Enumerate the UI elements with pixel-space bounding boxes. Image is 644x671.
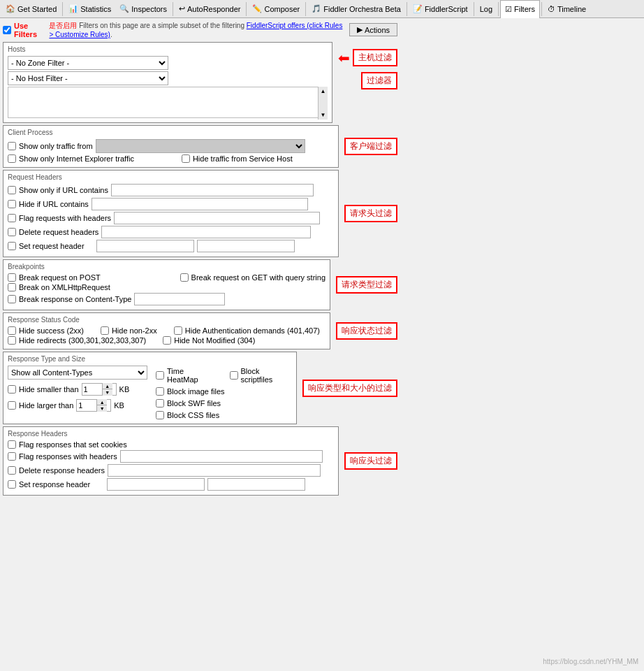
sep1 (62, 2, 63, 16)
break-post-checkbox[interactable] (8, 273, 16, 282)
hide-success-checkbox[interactable] (8, 326, 16, 335)
set-header-row: Set request header (8, 240, 334, 252)
tab-statistics[interactable]: 📊 Statistics (64, 0, 115, 18)
use-filters-checkbox[interactable] (3, 26, 11, 34)
sep5 (407, 2, 407, 16)
hide-larger-checkbox[interactable] (8, 401, 16, 410)
sep7 (498, 2, 499, 16)
set-resp-header-value-input[interactable] (207, 478, 305, 491)
resp-type-content: Show all Content-Types Hide image files … (8, 366, 292, 421)
hide-smaller-up[interactable]: ▲ (103, 383, 112, 389)
flag-cookies-checkbox[interactable] (8, 440, 16, 449)
set-header-value-input[interactable] (197, 240, 295, 252)
show-url-input[interactable] (111, 184, 314, 196)
time-heatmap-checkbox[interactable] (156, 371, 164, 380)
hide-auth-checkbox[interactable] (174, 326, 182, 335)
break-get-label: Break request on GET with query string (191, 273, 325, 282)
hide-url-input[interactable] (92, 198, 308, 210)
break-get-checkbox[interactable] (180, 273, 189, 282)
delete-headers-checkbox[interactable] (8, 228, 16, 236)
show-traffic-select[interactable] (96, 139, 305, 153)
flag-headers-checkbox[interactable] (8, 214, 16, 222)
breakpoints-section: Breakpoints Break request on POST Break … (3, 259, 330, 310)
flag-cookies-label: Flag responses that set cookies (19, 440, 127, 449)
tab-autoresponder[interactable]: ↩ AutoResponder (175, 0, 244, 18)
tab-timeline[interactable]: ⏱ Timeline (543, 0, 590, 18)
hide-not-modified-checkbox[interactable] (163, 336, 171, 345)
set-header-checkbox[interactable] (8, 242, 16, 250)
resp-status-title: Response Status Code (8, 316, 325, 324)
hosts-textarea[interactable] (8, 87, 328, 118)
show-ie-checkbox[interactable] (8, 154, 16, 163)
host-filter-annotation: 主机过滤 (353, 49, 397, 66)
hide-redirects-checkbox[interactable] (8, 336, 16, 345)
break-content-type-checkbox[interactable] (8, 295, 16, 303)
block-imagefiles-label: Block image files (167, 387, 225, 396)
hide-smaller-down[interactable]: ▼ (103, 389, 112, 396)
set-resp-header-label: Set response header (19, 480, 90, 489)
request-headers-row: Request Headers Show only if URL contain… (3, 170, 397, 257)
flag-headers-label: Flag requests with headers (19, 214, 111, 222)
break-xmlhttp-checkbox[interactable] (8, 283, 16, 291)
show-url-label: Show only if URL contains (19, 186, 108, 194)
block-scriptfiles-checkbox[interactable] (230, 371, 238, 380)
host-filter-row: - No Host Filter - (8, 71, 328, 85)
use-filters-label: Use Filters (14, 22, 46, 38)
delete-resp-headers-input[interactable] (108, 464, 321, 477)
host-arrow-icon: ⬅ (338, 50, 350, 66)
scrollbar[interactable]: ▲ ▼ (318, 87, 328, 120)
break-post-label: Break request on POST (19, 273, 101, 282)
tab-composer[interactable]: ✏️ Composer (248, 0, 304, 18)
time-heatmap-label: Time HeatMap (167, 367, 216, 384)
tab-fiddlerscript[interactable]: 📝 FiddlerScript (409, 0, 472, 18)
hide-larger-input[interactable] (77, 400, 96, 411)
show-traffic-checkbox[interactable] (8, 142, 16, 150)
block-swf-checkbox[interactable] (156, 399, 164, 407)
resp-type-right: Time HeatMap Block scriptfiles Block ima… (156, 366, 292, 421)
req-header-filter-annotation: 请求头过滤 (344, 205, 397, 222)
hide-larger-down[interactable]: ▼ (97, 405, 107, 412)
hide-smaller-checkbox[interactable] (8, 385, 16, 394)
rules-link[interactable]: FiddlerScript offers (click Rules > Cust… (49, 22, 342, 38)
flag-headers-input[interactable] (114, 212, 320, 224)
top-bar: Use Filters 是否启用 Filters on this page ar… (3, 21, 397, 38)
block-imagefiles-checkbox[interactable] (156, 387, 164, 396)
chart-icon: 📊 (68, 4, 78, 13)
flag-resp-headers-input[interactable] (120, 450, 323, 463)
tab-filters[interactable]: ☑ Filters (500, 0, 540, 18)
actions-button[interactable]: ▶ Actions (349, 23, 397, 36)
tab-orchestra[interactable]: 🎵 Fiddler Orchestra Beta (307, 0, 405, 18)
tab-log[interactable]: Log (476, 0, 497, 18)
response-status-row: Response Status Code Hide success (2xx) … (3, 312, 397, 349)
break-content-type-input[interactable] (134, 293, 225, 305)
flag-resp-headers-checkbox[interactable] (8, 452, 16, 461)
tab-get-started[interactable]: 🏠 Get Started (1, 0, 61, 18)
block-css-row: Block CSS files (156, 411, 292, 419)
delete-headers-input[interactable] (101, 226, 311, 238)
status-row2: Hide redirects (300,301,302,303,307) Hid… (8, 336, 325, 345)
content-type-select[interactable]: Show all Content-Types Hide image files … (8, 366, 147, 380)
hide-redirects-label: Hide redirects (300,301,302,303,307) (19, 336, 146, 345)
show-url-checkbox[interactable] (8, 186, 16, 194)
timeline-icon: ⏱ (548, 5, 555, 13)
hide-non2xx-checkbox[interactable] (101, 326, 109, 335)
set-header-name-input[interactable] (96, 240, 194, 252)
filter-icon: ☑ (505, 5, 512, 14)
hide-larger-up[interactable]: ▲ (97, 399, 107, 405)
flag-headers-row: Flag requests with headers (8, 212, 334, 224)
hide-not-modified-label: Hide Not Modified (304) (174, 336, 255, 345)
hide-smaller-spinbox: ▲ ▼ (82, 383, 117, 396)
hide-url-checkbox[interactable] (8, 200, 16, 208)
hide-service-checkbox[interactable] (182, 154, 190, 163)
set-resp-header-name-input[interactable] (107, 478, 205, 491)
block-css-label: Block CSS files (167, 411, 219, 419)
flag-resp-headers-row: Flag responses with headers (8, 450, 334, 463)
zone-filter-select[interactable]: - No Zone Filter - Internet Intranet Loc… (8, 56, 168, 70)
block-css-checkbox[interactable] (156, 411, 164, 419)
host-filter-select[interactable]: - No Host Filter - (8, 71, 168, 85)
hide-smaller-input[interactable] (82, 384, 102, 395)
sep2 (173, 2, 173, 16)
delete-resp-headers-checkbox[interactable] (8, 466, 16, 475)
set-resp-header-checkbox[interactable] (8, 480, 16, 489)
tab-inspectors[interactable]: 🔍 Inspectors (115, 0, 171, 18)
